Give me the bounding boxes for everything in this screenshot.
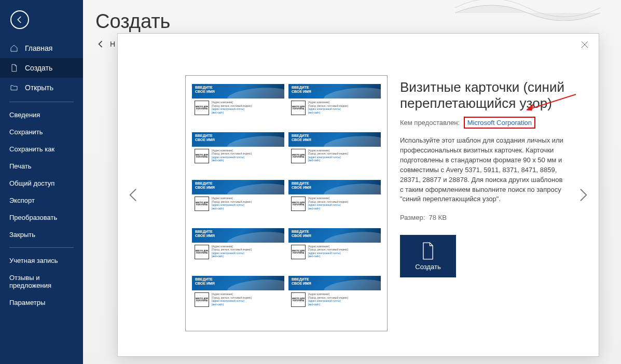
- nav-account[interactable]: Учетная запись: [0, 252, 83, 269]
- business-card-preview: ВВЕДИТЕСВОЕ ИМЯ МЕСТО ДЛЯ ЛОГОТИПА [Адре…: [288, 132, 381, 178]
- template-description: Используйте этот шаблон для создания лич…: [400, 136, 568, 204]
- nav-label: Создать: [25, 64, 52, 72]
- home-icon: [9, 44, 19, 53]
- nav-print[interactable]: Печать: [0, 158, 83, 175]
- business-card-preview: ВВЕДИТЕСВОЕ ИМЯ МЕСТО ДЛЯ ЛОГОТИПА [Адре…: [192, 180, 284, 226]
- backstage-sidebar: Главная Создать Открыть Сведения Сохрани…: [0, 0, 83, 364]
- business-card-preview: ВВЕДИТЕСВОЕ ИМЯ МЕСТО ДЛЯ ЛОГОТИПА [Адре…: [288, 276, 381, 322]
- template-preview: ВВЕДИТЕСВОЕ ИМЯ МЕСТО ДЛЯ ЛОГОТИПА [Адре…: [185, 75, 388, 331]
- nav-home[interactable]: Главная: [0, 38, 83, 58]
- nav-options[interactable]: Параметры: [0, 294, 83, 311]
- nav-save-as[interactable]: Сохранить как: [0, 141, 83, 158]
- create-button-label: Создать: [415, 263, 440, 271]
- close-button[interactable]: [580, 40, 590, 50]
- chevron-right-icon: [575, 187, 591, 203]
- nav-info[interactable]: Сведения: [0, 106, 83, 123]
- business-card-preview: ВВЕДИТЕСВОЕ ИМЯ МЕСТО ДЛЯ ЛОГОТИПА [Адре…: [288, 84, 381, 130]
- create-button[interactable]: Создать: [400, 235, 456, 277]
- template-size: Размер: 78 КВ: [400, 214, 568, 221]
- business-card-preview: ВВЕДИТЕСВОЕ ИМЯ МЕСТО ДЛЯ ЛОГОТИПА [Адре…: [288, 180, 381, 226]
- business-card-preview: ВВЕДИТЕСВОЕ ИМЯ МЕСТО ДЛЯ ЛОГОТИПА [Адре…: [192, 228, 284, 274]
- prev-template-button[interactable]: [124, 186, 143, 204]
- arrow-left-icon: [95, 39, 106, 49]
- provided-link[interactable]: Microsoft Corporation: [464, 117, 535, 129]
- business-card-preview: ВВЕДИТЕСВОЕ ИМЯ МЕСТО ДЛЯ ЛОГОТИПА [Адре…: [192, 132, 284, 178]
- nav-create[interactable]: Создать: [0, 58, 83, 78]
- divider: [9, 247, 74, 248]
- provided-label: Кем предоставлен:: [400, 119, 460, 127]
- nav-close[interactable]: Закрыть: [0, 226, 83, 243]
- nav-feedback[interactable]: Отзывы и предложения: [0, 269, 83, 294]
- next-template-button[interactable]: [574, 186, 592, 204]
- back-link-label: Н: [110, 40, 115, 48]
- nav-label: Главная: [25, 44, 52, 52]
- close-icon: [580, 40, 589, 49]
- provided-by: Кем предоставлен: Microsoft Corporation: [400, 117, 568, 129]
- business-card-preview: ВВЕДИТЕСВОЕ ИМЯ МЕСТО ДЛЯ ЛОГОТИПА [Адре…: [192, 276, 284, 322]
- document-icon: [421, 242, 435, 260]
- divider: [9, 102, 74, 102]
- nav-share[interactable]: Общий доступ: [0, 175, 83, 192]
- decorative-swoosh: [455, 0, 600, 21]
- nav-open[interactable]: Открыть: [0, 78, 83, 97]
- document-icon: [9, 63, 19, 73]
- template-details: Визитные карточки (синий переплетающийся…: [400, 79, 568, 277]
- nav-save[interactable]: Сохранить: [0, 123, 83, 141]
- template-title: Визитные карточки (синий переплетающийся…: [400, 79, 568, 111]
- template-preview-modal: ВВЕДИТЕСВОЕ ИМЯ МЕСТО ДЛЯ ЛОГОТИПА [Адре…: [117, 33, 599, 357]
- back-button[interactable]: [10, 10, 29, 29]
- business-card-preview: ВВЕДИТЕСВОЕ ИМЯ МЕСТО ДЛЯ ЛОГОТИПА [Адре…: [192, 84, 284, 130]
- nav-transform[interactable]: Преобразовать: [0, 209, 83, 226]
- chevron-left-icon: [126, 187, 141, 203]
- business-card-preview: ВВЕДИТЕСВОЕ ИМЯ МЕСТО ДЛЯ ЛОГОТИПА [Адре…: [288, 228, 381, 274]
- nav-export[interactable]: Экспорт: [0, 192, 83, 209]
- folder-icon: [9, 83, 19, 92]
- nav-label: Открыть: [25, 83, 53, 92]
